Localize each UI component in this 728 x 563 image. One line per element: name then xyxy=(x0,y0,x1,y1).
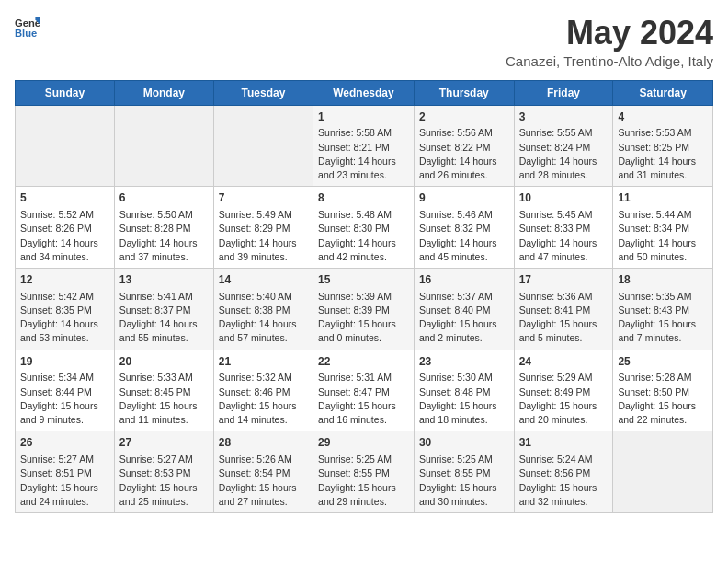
sunset-text: Sunset: 8:48 PM xyxy=(419,385,509,399)
day-number: 26 xyxy=(20,435,109,451)
sunset-text: Sunset: 8:46 PM xyxy=(219,385,308,399)
calendar-cell: 13Sunrise: 5:41 AMSunset: 8:37 PMDayligh… xyxy=(114,268,213,350)
sunrise-text: Sunrise: 5:24 AM xyxy=(519,453,609,466)
sunrise-text: Sunrise: 5:45 AM xyxy=(519,208,609,222)
calendar-cell: 31Sunrise: 5:24 AMSunset: 8:56 PMDayligh… xyxy=(514,431,613,513)
sunrise-text: Sunrise: 5:40 AM xyxy=(219,290,308,304)
day-number: 13 xyxy=(119,272,209,288)
day-info: Sunrise: 5:46 AMSunset: 8:32 PMDaylight:… xyxy=(419,208,509,264)
sunset-text: Sunset: 8:49 PM xyxy=(519,385,609,399)
logo: General Blue xyxy=(15,15,40,40)
day-number: 17 xyxy=(519,272,609,288)
calendar-week-4: 19Sunrise: 5:34 AMSunset: 8:44 PMDayligh… xyxy=(16,350,713,431)
day-info: Sunrise: 5:41 AMSunset: 8:37 PMDaylight:… xyxy=(119,290,209,346)
calendar-cell: 17Sunrise: 5:36 AMSunset: 8:41 PMDayligh… xyxy=(514,268,613,350)
day-number: 4 xyxy=(618,109,708,125)
sunrise-text: Sunrise: 5:49 AM xyxy=(219,208,308,222)
sunrise-text: Sunrise: 5:34 AM xyxy=(20,371,109,385)
sunset-text: Sunset: 8:32 PM xyxy=(419,222,509,236)
daylight-text: Daylight: 15 hours and 16 minutes. xyxy=(318,399,409,427)
sunrise-text: Sunrise: 5:58 AM xyxy=(318,126,409,140)
day-number: 7 xyxy=(219,190,308,206)
day-info: Sunrise: 5:31 AMSunset: 8:47 PMDaylight:… xyxy=(318,371,409,427)
sunrise-text: Sunrise: 5:27 AM xyxy=(20,453,109,466)
sunset-text: Sunset: 8:30 PM xyxy=(318,222,409,236)
calendar-cell: 4Sunrise: 5:53 AMSunset: 8:25 PMDaylight… xyxy=(613,105,713,187)
sunset-text: Sunset: 8:39 PM xyxy=(318,304,409,317)
daylight-text: Daylight: 14 hours and 31 minutes. xyxy=(618,155,708,182)
daylight-text: Daylight: 14 hours and 50 minutes. xyxy=(618,236,708,264)
day-info: Sunrise: 5:44 AMSunset: 8:34 PMDaylight:… xyxy=(618,208,708,264)
calendar-cell: 14Sunrise: 5:40 AMSunset: 8:38 PMDayligh… xyxy=(213,268,313,350)
daylight-text: Daylight: 15 hours and 32 minutes. xyxy=(519,481,609,509)
day-info: Sunrise: 5:27 AMSunset: 8:51 PMDaylight:… xyxy=(20,453,109,509)
calendar-cell: 24Sunrise: 5:29 AMSunset: 8:49 PMDayligh… xyxy=(514,350,613,431)
sunrise-text: Sunrise: 5:25 AM xyxy=(318,453,409,466)
calendar-cell: 2Sunrise: 5:56 AMSunset: 8:22 PMDaylight… xyxy=(414,105,514,187)
calendar-cell: 19Sunrise: 5:34 AMSunset: 8:44 PMDayligh… xyxy=(16,350,115,431)
daylight-text: Daylight: 15 hours and 18 minutes. xyxy=(419,399,509,427)
day-info: Sunrise: 5:53 AMSunset: 8:25 PMDaylight:… xyxy=(618,126,708,182)
calendar-week-3: 12Sunrise: 5:42 AMSunset: 8:35 PMDayligh… xyxy=(16,268,713,350)
calendar-cell: 27Sunrise: 5:27 AMSunset: 8:53 PMDayligh… xyxy=(114,431,213,513)
daylight-text: Daylight: 15 hours and 27 minutes. xyxy=(219,481,308,509)
day-number: 14 xyxy=(219,272,308,288)
sunset-text: Sunset: 8:43 PM xyxy=(618,304,708,317)
sunset-text: Sunset: 8:34 PM xyxy=(618,222,708,236)
sunset-text: Sunset: 8:51 PM xyxy=(20,466,109,480)
sunrise-text: Sunrise: 5:55 AM xyxy=(519,126,609,140)
sunrise-text: Sunrise: 5:33 AM xyxy=(119,371,209,385)
sunrise-text: Sunrise: 5:56 AM xyxy=(419,126,509,140)
calendar-week-5: 26Sunrise: 5:27 AMSunset: 8:51 PMDayligh… xyxy=(16,431,713,513)
sunset-text: Sunset: 8:35 PM xyxy=(20,304,109,317)
daylight-text: Daylight: 14 hours and 42 minutes. xyxy=(318,236,409,264)
day-info: Sunrise: 5:32 AMSunset: 8:46 PMDaylight:… xyxy=(219,371,308,427)
sunset-text: Sunset: 8:40 PM xyxy=(419,304,509,317)
sunset-text: Sunset: 8:33 PM xyxy=(519,222,609,236)
sunset-text: Sunset: 8:26 PM xyxy=(20,222,109,236)
daylight-text: Daylight: 15 hours and 5 minutes. xyxy=(519,317,609,345)
day-number: 21 xyxy=(219,354,308,370)
header-saturday: Saturday xyxy=(613,80,713,105)
calendar-cell: 11Sunrise: 5:44 AMSunset: 8:34 PMDayligh… xyxy=(613,187,713,269)
subtitle: Canazei, Trentino-Alto Adige, Italy xyxy=(506,53,713,69)
days-header-row: Sunday Monday Tuesday Wednesday Thursday… xyxy=(16,80,713,105)
sunset-text: Sunset: 8:54 PM xyxy=(219,466,308,480)
sunset-text: Sunset: 8:41 PM xyxy=(519,304,609,317)
calendar-cell: 26Sunrise: 5:27 AMSunset: 8:51 PMDayligh… xyxy=(16,431,115,513)
sunset-text: Sunset: 8:37 PM xyxy=(119,304,209,317)
daylight-text: Daylight: 14 hours and 26 minutes. xyxy=(419,155,509,182)
day-number: 8 xyxy=(318,190,409,206)
svg-text:Blue: Blue xyxy=(15,28,37,39)
day-number: 22 xyxy=(318,354,409,370)
sunrise-text: Sunrise: 5:44 AM xyxy=(618,208,708,222)
sunset-text: Sunset: 8:47 PM xyxy=(318,385,409,399)
calendar-cell: 16Sunrise: 5:37 AMSunset: 8:40 PMDayligh… xyxy=(414,268,514,350)
title-area: May 2024 Canazei, Trentino-Alto Adige, I… xyxy=(506,15,713,69)
day-number: 9 xyxy=(419,190,509,206)
sunset-text: Sunset: 8:50 PM xyxy=(618,385,708,399)
calendar-cell: 30Sunrise: 5:25 AMSunset: 8:55 PMDayligh… xyxy=(414,431,514,513)
calendar-cell: 12Sunrise: 5:42 AMSunset: 8:35 PMDayligh… xyxy=(16,268,115,350)
calendar-cell: 1Sunrise: 5:58 AMSunset: 8:21 PMDaylight… xyxy=(313,105,415,187)
daylight-text: Daylight: 14 hours and 28 minutes. xyxy=(519,155,609,182)
day-info: Sunrise: 5:49 AMSunset: 8:29 PMDaylight:… xyxy=(219,208,308,264)
sunset-text: Sunset: 8:45 PM xyxy=(119,385,209,399)
day-number: 28 xyxy=(219,435,308,451)
sunrise-text: Sunrise: 5:48 AM xyxy=(318,208,409,222)
sunrise-text: Sunrise: 5:30 AM xyxy=(419,371,509,385)
calendar-cell: 10Sunrise: 5:45 AMSunset: 8:33 PMDayligh… xyxy=(514,187,613,269)
day-number: 1 xyxy=(318,109,409,125)
day-info: Sunrise: 5:50 AMSunset: 8:28 PMDaylight:… xyxy=(119,208,209,264)
sunrise-text: Sunrise: 5:28 AM xyxy=(618,371,708,385)
day-number: 2 xyxy=(419,109,509,125)
day-number: 11 xyxy=(618,190,708,206)
day-number: 15 xyxy=(318,272,409,288)
day-info: Sunrise: 5:40 AMSunset: 8:38 PMDaylight:… xyxy=(219,290,308,346)
header-wednesday: Wednesday xyxy=(313,80,415,105)
sunrise-text: Sunrise: 5:53 AM xyxy=(618,126,708,140)
day-info: Sunrise: 5:36 AMSunset: 8:41 PMDaylight:… xyxy=(519,290,609,346)
day-info: Sunrise: 5:45 AMSunset: 8:33 PMDaylight:… xyxy=(519,208,609,264)
sunset-text: Sunset: 8:55 PM xyxy=(318,466,409,480)
header-friday: Friday xyxy=(514,80,613,105)
